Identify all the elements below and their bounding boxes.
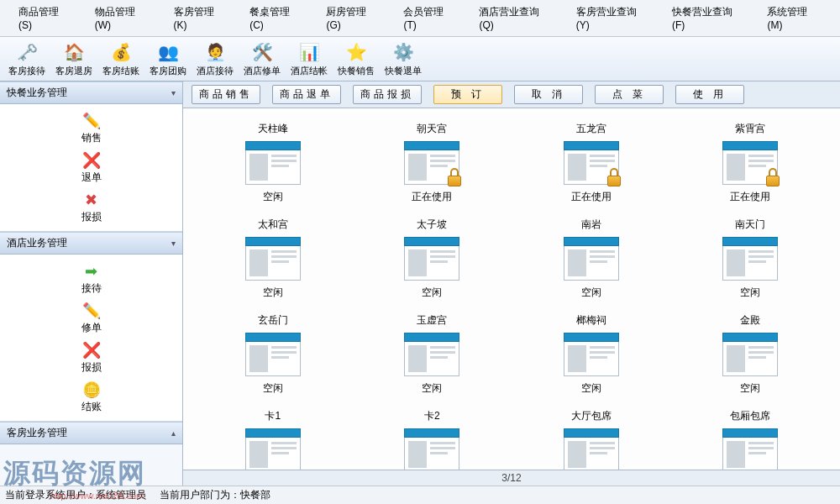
room-card[interactable]: 榔梅祠空闲 [518, 310, 664, 399]
room-name: 玉虚宫 [417, 313, 447, 328]
toolbar-button[interactable]: 💰客房结账 [97, 39, 144, 79]
toolbar-label: 酒店修单 [244, 65, 281, 77]
room-card[interactable]: 玄岳门空闲 [200, 310, 346, 399]
room-grid-scroll[interactable]: 天柱峰空闲朝天宫正在使用五龙宫正在使用紫霄宫正在使用太和宫空闲太子坡空闲南岩空闲… [183, 108, 840, 470]
tab-button[interactable]: 取 消 [514, 85, 583, 104]
toolbar-button[interactable]: 🗝️客房接待 [3, 39, 50, 79]
room-status: 空闲 [581, 381, 601, 396]
tab-button[interactable]: 使 用 [675, 85, 744, 104]
room-card[interactable]: 五龙宫正在使用 [518, 118, 664, 207]
room-icon [722, 237, 778, 281]
toolbar-button[interactable]: ⚙️快餐退单 [380, 39, 427, 79]
menu-item[interactable]: 客房管理(K) [162, 3, 239, 34]
sidebar-item-icon: ✏️ [80, 111, 103, 131]
toolbar-button[interactable]: ⭐快餐销售 [333, 39, 380, 79]
pager-text: 3/12 [501, 472, 521, 484]
sidebar-item[interactable]: ➡接待 [80, 260, 103, 297]
sidebar-item-icon: ➡ [80, 261, 103, 281]
menu-item[interactable]: 商品管理(S) [7, 3, 83, 34]
pager-status: 3/12 [183, 470, 840, 486]
toolbar-button[interactable]: 👥客房团购 [144, 39, 192, 79]
room-name: 天柱峰 [258, 122, 288, 136]
sidebar-item-label: 结账 [81, 400, 102, 414]
room-icon [722, 141, 778, 185]
room-name: 卡2 [424, 409, 440, 423]
menu-item[interactable]: 系统管理(M) [755, 3, 833, 34]
客房退房-icon: 🏠 [62, 40, 86, 64]
room-card[interactable]: 卡2 [360, 406, 506, 470]
sidebar-item-label: 销售 [81, 131, 102, 145]
tab-button[interactable]: 商品报损 [353, 85, 422, 104]
room-card[interactable]: 卡1 [200, 406, 346, 470]
menu-item[interactable]: 快餐营业查询(F) [660, 3, 755, 34]
room-name: 卡1 [265, 409, 281, 423]
room-status: 正在使用 [730, 190, 770, 204]
menu-item[interactable]: 厨房管理(G) [314, 3, 391, 34]
sidebar-panel-header[interactable]: 客房业务管理▴ [0, 422, 182, 444]
tab-button[interactable]: 点 菜 [595, 85, 664, 104]
sidebar-item[interactable]: ✖报损 [80, 188, 103, 226]
sidebar-panel-header[interactable]: 快餐业务管理▾ [0, 81, 182, 104]
room-card[interactable]: 太和宫空闲 [200, 214, 346, 303]
menu-item[interactable]: 会员管理(T) [391, 3, 467, 34]
room-card[interactable]: 太子坡空闲 [360, 214, 506, 303]
room-card[interactable]: 金殿空闲 [678, 310, 824, 399]
room-icon [404, 237, 459, 281]
room-card[interactable]: 朝天宫正在使用 [360, 118, 506, 207]
sidebar-item[interactable]: ❌报损 [80, 339, 103, 376]
toolbar-button[interactable]: 📊酒店结帐 [286, 39, 333, 79]
current-user: 当前登录系统用户：系统管理员 [5, 488, 146, 502]
room-name: 紫霄宫 [735, 122, 765, 136]
toolbar-label: 快餐退单 [385, 65, 422, 77]
room-status: 空闲 [422, 381, 442, 396]
快餐销售-icon: ⭐ [344, 40, 368, 64]
sidebar-item[interactable]: ✏️修单 [80, 299, 103, 337]
sidebar-item-label: 修单 [81, 321, 102, 335]
sidebar-item-label: 报损 [81, 210, 102, 224]
room-icon [404, 333, 459, 376]
tab-button[interactable]: 商品销售 [192, 85, 260, 104]
lock-icon [446, 168, 463, 186]
toolbar-label: 快餐销售 [338, 65, 375, 77]
room-status: 空闲 [263, 286, 283, 300]
panel-title: 酒店业务管理 [7, 236, 67, 250]
toolbar-label: 客房退房 [55, 65, 92, 77]
sidebar-panel-header[interactable]: 酒店业务管理▾ [0, 232, 182, 255]
toolbar-button[interactable]: 🛠️酒店修单 [239, 39, 286, 79]
toolbar-label: 客房接待 [8, 65, 45, 77]
sidebar-item[interactable]: ❌退单 [80, 149, 103, 186]
current-dept: 当前用户部门为：快餐部 [160, 488, 270, 502]
快餐退单-icon: ⚙️ [391, 40, 415, 64]
toolbar: 🗝️客房接待🏠客房退房💰客房结账👥客房团购🧑‍💼酒店接待🛠️酒店修单📊酒店结帐⭐… [0, 37, 840, 81]
room-name: 南天门 [735, 218, 765, 232]
sidebar-item-label: 接待 [81, 281, 102, 296]
room-card[interactable]: 南岩空闲 [518, 214, 664, 303]
chevron-icon: ▴ [171, 428, 176, 438]
room-card[interactable]: 玉虚宫空闲 [360, 310, 506, 399]
客房结账-icon: 💰 [109, 40, 133, 64]
room-icon [245, 428, 301, 470]
room-icon [564, 333, 619, 376]
sidebar-item[interactable]: 🪙结账 [80, 378, 103, 416]
tab-button[interactable]: 预 订 [433, 85, 502, 104]
toolbar-button[interactable]: 🏠客房退房 [50, 39, 97, 79]
tab-bar: 商品销售商品退单商品报损预 订取 消点 菜使 用 [183, 81, 840, 108]
room-card[interactable]: 大厅包席 [518, 406, 664, 470]
lock-icon [606, 168, 622, 186]
room-status: 空闲 [422, 286, 442, 300]
menu-item[interactable]: 餐桌管理(C) [238, 3, 314, 34]
room-card[interactable]: 包厢包席 [678, 406, 824, 470]
menu-item[interactable]: 客房营业查询(Y) [564, 3, 660, 34]
toolbar-button[interactable]: 🧑‍💼酒店接待 [192, 39, 239, 79]
room-card[interactable]: 南天门空闲 [678, 214, 824, 303]
tab-button[interactable]: 商品退单 [272, 85, 341, 104]
room-name: 玄岳门 [258, 313, 288, 328]
sidebar-panel-body: ✏️销售❌退单✖报损 [0, 104, 182, 232]
客房团购-icon: 👥 [156, 40, 180, 64]
room-card[interactable]: 天柱峰空闲 [200, 118, 346, 207]
menu-item[interactable]: 物品管理(W) [83, 3, 162, 34]
sidebar-item[interactable]: ✏️销售 [80, 109, 103, 147]
sidebar-item-icon: ✖ [80, 190, 103, 210]
menu-item[interactable]: 酒店营业查询(Q) [467, 3, 564, 34]
room-card[interactable]: 紫霄宫正在使用 [678, 118, 824, 207]
